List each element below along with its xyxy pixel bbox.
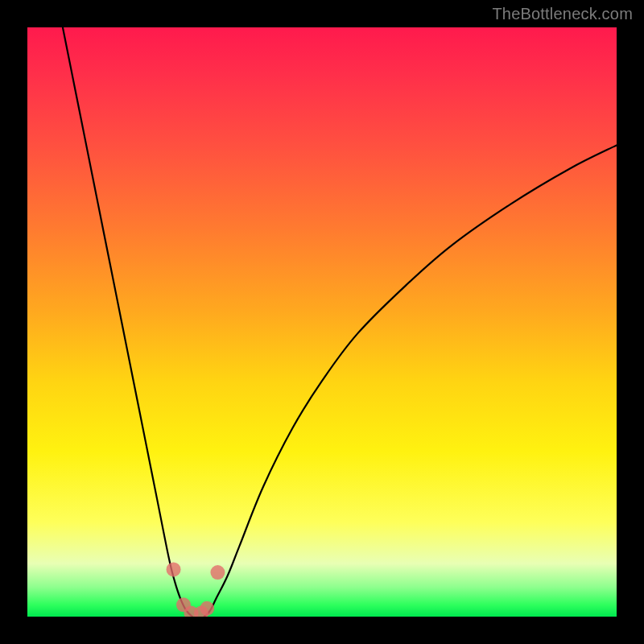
marker-5 — [210, 565, 225, 580]
markers-container — [167, 562, 225, 617]
marker-4 — [200, 601, 214, 616]
plot-area — [27, 27, 617, 617]
curve-left-curve — [63, 27, 192, 617]
curves-svg — [27, 27, 617, 617]
curve-right-curve — [204, 145, 617, 617]
chart-frame: TheBottleneck.com — [0, 0, 644, 644]
watermark-text: TheBottleneck.com — [492, 5, 633, 23]
series-container — [63, 27, 617, 617]
marker-0 — [167, 562, 181, 576]
